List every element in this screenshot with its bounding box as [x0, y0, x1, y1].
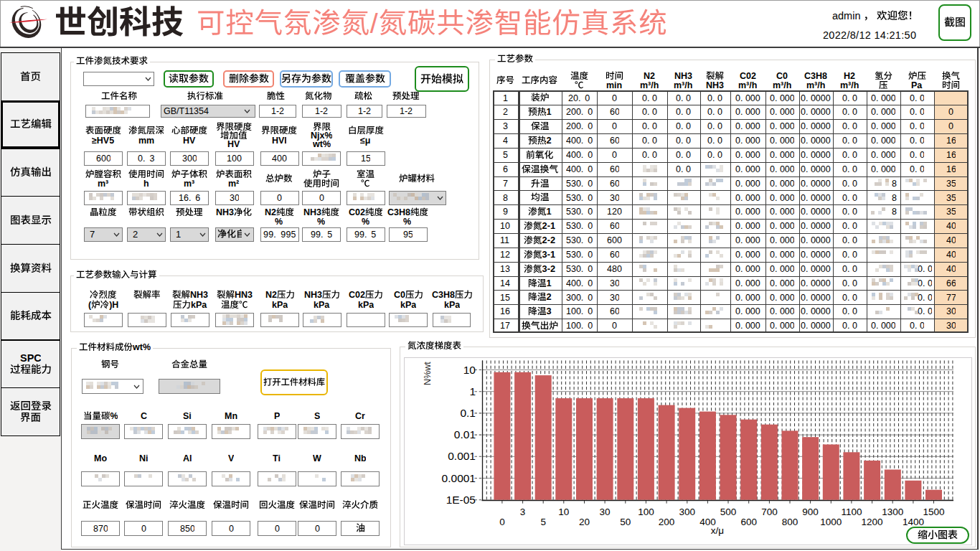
svg-text:%: %	[317, 217, 325, 227]
svg-text:2-2: 2-2	[542, 235, 555, 245]
svg-text:50: 50	[620, 517, 631, 527]
svg-text:400. 0: 400. 0	[566, 150, 593, 160]
svg-text:30: 30	[610, 193, 620, 203]
svg-text:8: 8	[892, 179, 897, 189]
svg-text:0: 0	[229, 524, 234, 534]
svg-text:0. 000: 0. 000	[871, 321, 896, 331]
svg-text:0. 0: 0. 0	[842, 164, 857, 174]
svg-text:0. 0: 0. 0	[676, 93, 691, 103]
svg-text:0. 0000: 0. 0000	[801, 121, 831, 131]
svg-text:3-1: 3-1	[542, 250, 555, 260]
svg-text:m³/h: m³/h	[840, 80, 859, 90]
svg-text:Pa: Pa	[911, 80, 922, 90]
svg-text:1: 1	[469, 385, 476, 397]
svg-text:77: 77	[946, 293, 956, 303]
svg-text:0. 000: 0. 000	[871, 150, 896, 160]
svg-text:0. 0: 0. 0	[842, 321, 857, 331]
svg-text:0. 0000: 0. 0000	[801, 136, 831, 146]
svg-text:60: 60	[610, 221, 620, 231]
svg-text:0: 0	[319, 193, 324, 203]
svg-text:0.0001: 0.0001	[442, 472, 476, 484]
svg-text:800: 800	[782, 517, 798, 527]
svg-text:0. 0: 0. 0	[842, 193, 857, 203]
svg-text:0. 000: 0. 000	[735, 164, 760, 174]
svg-text:1-2: 1-2	[358, 106, 371, 116]
svg-text:m³/h: m³/h	[806, 80, 825, 90]
svg-text:Cr: Cr	[355, 411, 365, 421]
svg-text:16: 16	[946, 164, 956, 174]
svg-text:30: 30	[946, 321, 956, 331]
svg-text:12: 12	[500, 250, 510, 260]
svg-text:0: 0	[499, 517, 505, 527]
svg-text:60: 60	[610, 164, 620, 174]
svg-text:0. 0000: 0. 0000	[801, 207, 831, 217]
svg-text:0. 000: 0. 000	[871, 121, 896, 131]
svg-text:11: 11	[500, 235, 509, 245]
svg-text:35: 35	[946, 179, 956, 189]
svg-text:0. 000: 0. 000	[871, 107, 896, 117]
svg-text:0. 000: 0. 000	[770, 264, 795, 274]
svg-text:h: h	[143, 179, 149, 189]
svg-text:0. 000: 0. 000	[770, 278, 795, 288]
svg-text:SPC: SPC	[20, 352, 42, 364]
svg-text:0. 000: 0. 000	[735, 278, 760, 288]
svg-text:0. 000: 0. 000	[770, 150, 795, 160]
svg-text:min: min	[606, 80, 622, 90]
svg-text:0. 000: 0. 000	[770, 179, 795, 189]
svg-text:0. 000: 0. 000	[770, 306, 795, 316]
svg-text:0. 0: 0. 0	[707, 93, 722, 103]
svg-text:V: V	[228, 453, 234, 463]
svg-text:0. 0: 0. 0	[842, 221, 857, 231]
svg-text:4: 4	[503, 136, 508, 146]
svg-text:0. 0: 0. 0	[842, 207, 857, 217]
svg-text:300: 300	[182, 154, 197, 164]
svg-text:0. 000: 0. 000	[770, 221, 795, 231]
svg-text:35: 35	[946, 193, 956, 203]
svg-text:500: 500	[720, 507, 737, 517]
svg-text:m³: m³	[184, 179, 194, 189]
svg-text:1400: 1400	[903, 517, 924, 527]
svg-text:0: 0	[948, 107, 953, 117]
svg-text:30: 30	[610, 278, 620, 288]
svg-text:0. 0: 0. 0	[707, 121, 722, 131]
svg-text:16. 6: 16. 6	[179, 193, 200, 203]
svg-text:1: 1	[503, 93, 508, 103]
svg-text:530. 0: 530. 0	[566, 193, 593, 203]
svg-text:0. 0: 0. 0	[918, 293, 933, 303]
svg-text:400. 0: 400. 0	[566, 164, 593, 174]
svg-text:0. 0: 0. 0	[842, 121, 857, 131]
svg-text:0. 000: 0. 000	[770, 107, 795, 117]
svg-text:≥HV5: ≥HV5	[92, 136, 114, 146]
svg-text:kPa: kPa	[272, 300, 288, 310]
svg-text:30: 30	[600, 507, 611, 517]
svg-text:0.001: 0.001	[448, 450, 476, 462]
svg-text:9: 9	[503, 207, 508, 217]
svg-text:20: 20	[579, 517, 590, 527]
svg-text:mm: mm	[138, 136, 154, 146]
svg-text:0. 0: 0. 0	[842, 306, 857, 316]
svg-text:Nb: Nb	[354, 453, 367, 463]
svg-text:NH3: NH3	[303, 207, 321, 217]
svg-text:C0: C0	[776, 71, 788, 81]
svg-text:0. 0000: 0. 0000	[801, 250, 831, 260]
svg-text:0: 0	[612, 93, 617, 103]
svg-text:%: %	[403, 217, 411, 227]
svg-text:admin: admin	[832, 10, 860, 22]
svg-text:17: 17	[500, 321, 510, 331]
svg-text:0. 0: 0. 0	[842, 179, 857, 189]
svg-text:W: W	[313, 453, 321, 463]
svg-text:C3H8: C3H8	[804, 71, 827, 81]
svg-text:0. 000: 0. 000	[770, 250, 795, 260]
svg-text:0. 000: 0. 000	[735, 107, 760, 117]
svg-text:0. 0000: 0. 0000	[801, 179, 831, 189]
svg-text:/: /	[369, 8, 378, 39]
svg-text:wt%: wt%	[132, 342, 151, 352]
svg-text:10: 10	[463, 364, 476, 376]
svg-text:NH3: NH3	[190, 290, 208, 300]
svg-text:1300: 1300	[882, 507, 903, 517]
svg-text:0. 000: 0. 000	[871, 164, 896, 174]
svg-text:0. 000: 0. 000	[770, 207, 795, 217]
svg-text:1-2: 1-2	[315, 106, 328, 116]
svg-text:Ni: Ni	[139, 453, 149, 463]
svg-text:400. 0: 400. 0	[566, 136, 593, 146]
